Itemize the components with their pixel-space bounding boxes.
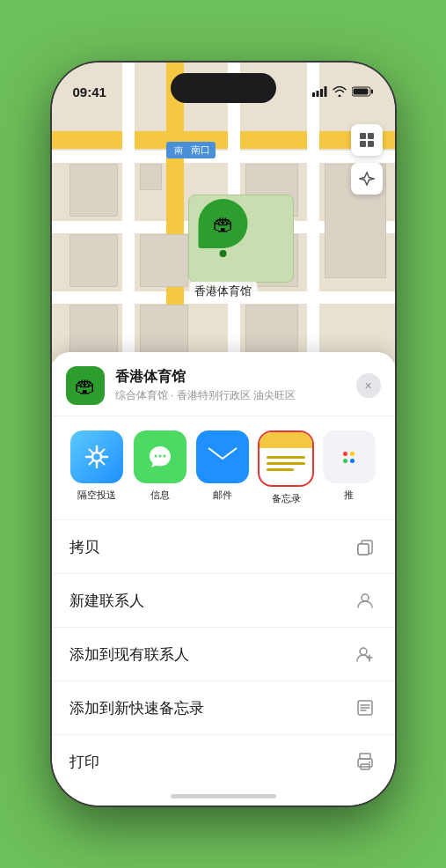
app-item-notes[interactable]: 备忘录	[254, 430, 318, 505]
dot-blue	[350, 459, 355, 463]
new-contact-icon	[353, 588, 377, 613]
svg-rect-8	[368, 133, 374, 139]
app-item-airdrop[interactable]: 隔空投送	[66, 430, 129, 505]
battery-icon	[352, 86, 374, 97]
print-icon	[353, 749, 377, 774]
svg-rect-2	[320, 89, 323, 97]
apps-row: 隔空投送 信息	[52, 416, 395, 520]
svg-rect-3	[324, 86, 326, 97]
map-type-button[interactable]	[351, 124, 383, 156]
add-contact-label: 添加到现有联系人	[69, 644, 189, 665]
mail-label: 邮件	[213, 489, 232, 502]
more-dots	[343, 452, 355, 463]
signal-icon	[312, 86, 327, 97]
location-pin: 🏟 香港体育馆	[189, 199, 257, 301]
svg-point-14	[163, 455, 165, 458]
svg-rect-5	[371, 90, 373, 94]
home-indicator	[171, 794, 276, 798]
venue-name: 香港体育馆	[115, 368, 356, 386]
dot-yellow	[350, 452, 355, 456]
action-copy[interactable]: 拷贝	[52, 520, 395, 574]
action-quick-note[interactable]: 添加到新快速备忘录	[52, 681, 395, 735]
messages-icon	[134, 430, 186, 483]
svg-point-13	[158, 455, 161, 458]
status-time: 09:41	[73, 74, 106, 99]
svg-rect-10	[368, 141, 374, 147]
app-item-more[interactable]: 推	[318, 430, 381, 505]
svg-rect-18	[358, 544, 369, 555]
svg-point-20	[360, 648, 367, 655]
venue-subtitle: 综合体育馆 · 香港特别行政区 油尖旺区	[115, 388, 356, 403]
print-label: 打印	[69, 752, 99, 772]
more-label: 推	[344, 489, 354, 502]
svg-rect-6	[353, 89, 368, 95]
action-add-contact[interactable]: 添加到现有联系人	[52, 628, 395, 681]
wifi-icon	[333, 86, 347, 97]
venue-info: 香港体育馆 综合体育馆 · 香港特别行政区 油尖旺区	[115, 368, 356, 403]
svg-point-19	[362, 594, 369, 601]
location-button[interactable]	[351, 163, 383, 195]
app-item-messages[interactable]: 信息	[128, 430, 192, 505]
new-contact-label: 新建联系人	[69, 591, 144, 611]
map-controls	[351, 124, 383, 202]
pin-label: 香港体育馆	[189, 282, 257, 301]
svg-point-12	[154, 455, 157, 458]
copy-icon	[353, 534, 377, 559]
airdrop-label: 隔空投送	[77, 489, 116, 502]
close-button[interactable]: ×	[356, 373, 381, 398]
mail-icon	[196, 430, 249, 483]
action-print[interactable]: 打印	[52, 735, 395, 781]
more-icon	[323, 430, 376, 483]
phone-screen: 09:41	[52, 63, 395, 805]
action-new-contact[interactable]: 新建联系人	[52, 574, 395, 628]
phone-frame: 09:41	[52, 63, 395, 805]
quick-note-icon	[353, 695, 377, 720]
svg-rect-22	[360, 754, 370, 759]
venue-icon: 🏟	[66, 366, 105, 405]
map-label-icon: 南	[172, 144, 186, 156]
notes-label: 备忘录	[272, 492, 301, 505]
dynamic-island	[171, 73, 276, 103]
svg-rect-0	[312, 92, 315, 97]
app-item-mail[interactable]: 邮件	[192, 430, 255, 505]
svg-rect-1	[316, 91, 318, 97]
airdrop-icon	[70, 430, 123, 483]
dot-red	[343, 452, 347, 456]
svg-rect-15	[208, 446, 237, 467]
quick-note-label: 添加到新快速备忘录	[69, 698, 204, 718]
bottom-sheet: 🏟 香港体育馆 综合体育馆 · 香港特别行政区 油尖旺区 ×	[52, 352, 395, 805]
messages-label: 信息	[150, 489, 170, 502]
status-icons	[312, 76, 374, 97]
dot-green	[343, 459, 347, 463]
sheet-header: 🏟 香港体育馆 综合体育馆 · 香港特别行政区 油尖旺区 ×	[52, 352, 395, 416]
svg-rect-9	[360, 141, 366, 147]
add-contact-icon	[353, 642, 377, 666]
map-north-label: 南 南口	[166, 142, 216, 158]
copy-label: 拷贝	[69, 537, 99, 557]
svg-point-25	[369, 761, 370, 763]
svg-rect-7	[360, 133, 366, 139]
